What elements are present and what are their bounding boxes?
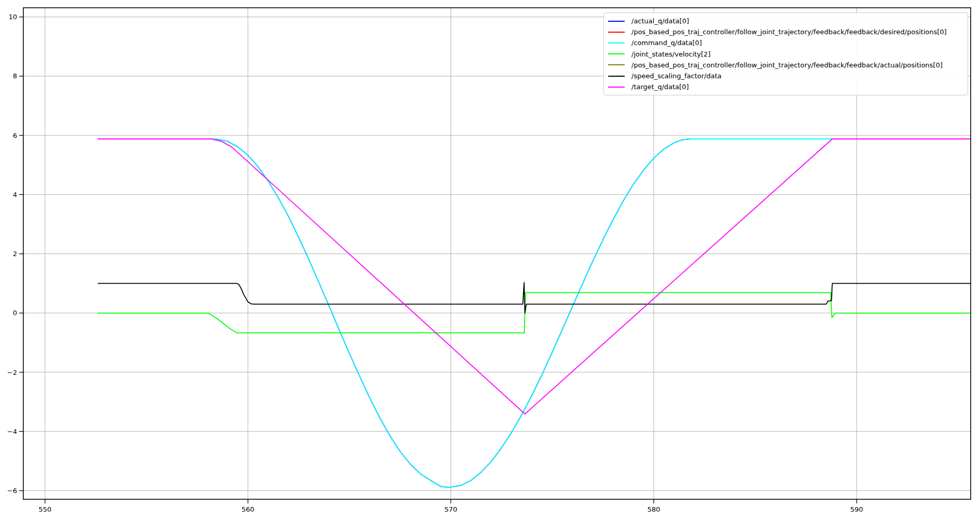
y-tick-label: 0 xyxy=(13,309,17,317)
legend-line-swatch xyxy=(608,64,625,65)
y-tick-label: 4 xyxy=(13,191,17,199)
figure: 5505605705805901086420−2−4−6 /actual_q/d… xyxy=(0,0,980,520)
legend-item: /joint_states/velocity[2] xyxy=(608,49,963,60)
x-tick-label: 560 xyxy=(241,505,254,513)
legend-line-swatch xyxy=(608,76,625,77)
x-tick-label: 570 xyxy=(444,505,457,513)
legend-label: /pos_based_pos_traj_controller/follow_jo… xyxy=(631,26,947,37)
legend-label: /joint_states/velocity[2] xyxy=(631,49,711,60)
legend: /actual_q/data[0]/pos_based_pos_traj_con… xyxy=(603,12,968,95)
legend-item: /command_q/data[0] xyxy=(608,37,963,48)
legend-item: /pos_based_pos_traj_controller/follow_jo… xyxy=(608,60,963,71)
y-tick-label: 8 xyxy=(13,72,17,80)
legend-line-swatch xyxy=(608,32,625,33)
legend-line-swatch xyxy=(608,43,625,44)
legend-label: /command_q/data[0] xyxy=(631,37,702,48)
legend-item: /speed_scaling_factor/data xyxy=(608,71,963,81)
x-tick-label: 590 xyxy=(850,505,863,513)
legend-item: /pos_based_pos_traj_controller/follow_jo… xyxy=(608,26,963,37)
legend-line-swatch xyxy=(608,87,625,88)
y-tick-label: −6 xyxy=(7,487,17,495)
y-tick-label: −2 xyxy=(7,369,17,376)
y-tick-label: 2 xyxy=(13,250,17,258)
x-tick-label: 580 xyxy=(647,505,660,513)
legend-label: /speed_scaling_factor/data xyxy=(631,71,722,81)
legend-label: /actual_q/data[0] xyxy=(631,16,689,26)
legend-label: /pos_based_pos_traj_controller/follow_jo… xyxy=(631,60,943,71)
y-tick-label: 6 xyxy=(13,132,17,139)
y-tick-label: 10 xyxy=(8,13,17,21)
legend-line-swatch xyxy=(608,53,625,54)
y-tick-label: −4 xyxy=(7,428,17,435)
legend-item: /actual_q/data[0] xyxy=(608,16,963,26)
legend-item: /target_q/data[0] xyxy=(608,81,963,92)
x-tick-label: 550 xyxy=(39,505,52,513)
legend-line-swatch xyxy=(608,21,625,22)
legend-label: /target_q/data[0] xyxy=(631,81,689,92)
